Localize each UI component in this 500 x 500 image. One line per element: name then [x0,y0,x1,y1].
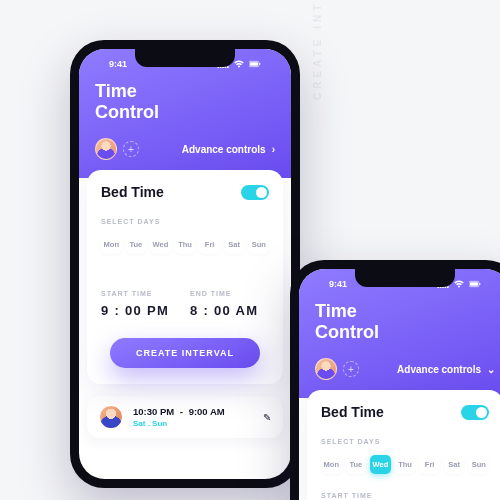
end-time-value[interactable]: 8 : 00 AM [190,303,269,318]
svg-rect-5 [479,283,480,285]
avatar-row: + [315,358,359,380]
advance-controls-link[interactable]: Advance controls ⌄ [397,364,495,375]
day-sun[interactable]: Sun [248,235,269,254]
chevron-right-icon: › [272,144,275,155]
advance-controls-link[interactable]: Advance controls › [182,144,275,155]
card-title: Bed Time [321,404,384,420]
add-avatar-button[interactable]: + [123,141,139,157]
day-thu[interactable]: Thu [395,455,416,474]
interval-entry[interactable]: 10:30 PM - 9:00 AM Sat . Sun ✎ [87,396,283,438]
start-time-value[interactable]: 9 : 00 PM [101,303,180,318]
select-days-label: SELECT DAYS [321,438,489,445]
day-picker: Mon Tue Wed Thu Fri Sat Sun [101,235,269,254]
phone-notch [355,269,455,287]
status-time: 9:41 [109,59,127,69]
chevron-down-icon: ⌄ [487,364,495,375]
enable-toggle[interactable] [241,185,269,200]
app-header: 9:41 Time Control + Advance controls [79,49,291,178]
day-sun[interactable]: Sun [468,455,489,474]
start-time-label: START TIME [321,492,489,499]
interval-card: Bed Time SELECT DAYS Mon Tue Wed Thu Fri… [87,170,283,384]
avatar-row: + [95,138,139,160]
day-fri[interactable]: Fri [199,235,220,254]
day-mon[interactable]: Mon [101,235,122,254]
svg-rect-4 [470,282,478,285]
phone-mock-primary: 9:41 Time Control + Advance controls [70,40,300,488]
day-sat[interactable]: Sat [224,235,245,254]
svg-rect-1 [250,62,258,65]
avatar [99,405,123,429]
end-time-label: END TIME [190,290,269,297]
enable-toggle[interactable] [461,405,489,420]
page-title: Time Control [315,301,495,342]
card-title: Bed Time [101,184,164,200]
start-time-label: START TIME [101,290,180,297]
battery-icon [469,280,481,288]
edit-icon[interactable]: ✎ [263,412,271,423]
day-wed[interactable]: Wed [370,455,391,474]
day-fri[interactable]: Fri [419,455,440,474]
interval-card: Bed Time SELECT DAYS Mon Tue Wed Thu Fri… [307,390,500,500]
day-sat[interactable]: Sat [444,455,465,474]
status-time: 9:41 [329,279,347,289]
wifi-icon [453,280,465,288]
select-days-label: SELECT DAYS [101,218,269,225]
phone-mock-secondary: 9:41 Time Control + Advance controls [290,260,500,500]
day-tue[interactable]: Tue [346,455,367,474]
wifi-icon [233,60,245,68]
avatar[interactable] [315,358,337,380]
battery-icon [249,60,261,68]
app-header: 9:41 Time Control + Advance controls [299,269,500,398]
day-thu[interactable]: Thu [175,235,196,254]
entry-days: Sat . Sun [133,419,253,428]
entry-time-range: 10:30 PM - 9:00 AM [133,406,253,417]
day-picker: Mon Tue Wed Thu Fri Sat Sun [321,455,489,474]
day-tue[interactable]: Tue [126,235,147,254]
svg-rect-2 [259,63,260,65]
add-avatar-button[interactable]: + [343,361,359,377]
day-wed[interactable]: Wed [150,235,171,254]
side-caption: CREATE INTERVAL [312,0,323,100]
create-interval-button[interactable]: CREATE INTERVAL [110,338,260,368]
avatar[interactable] [95,138,117,160]
phone-notch [135,49,235,67]
page-title: Time Control [95,81,275,122]
day-mon[interactable]: Mon [321,455,342,474]
